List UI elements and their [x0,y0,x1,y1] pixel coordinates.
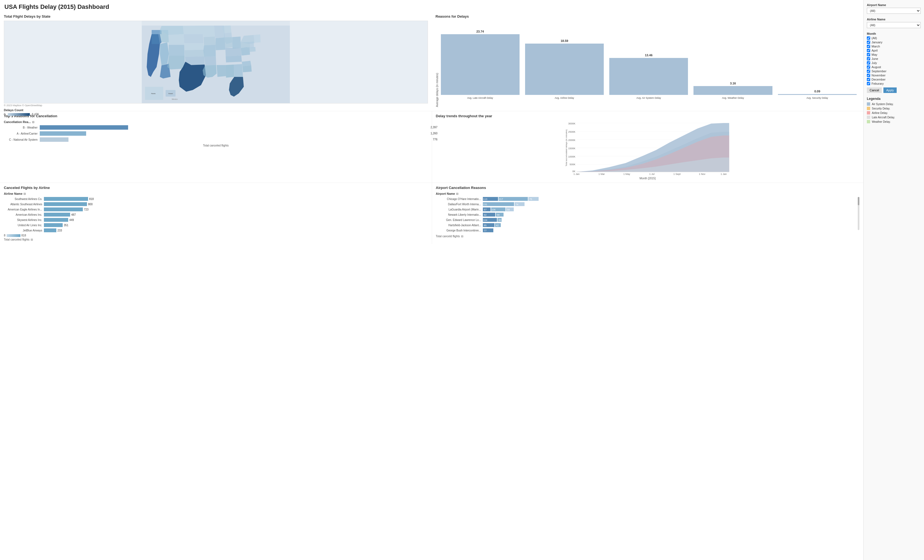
airline-legend-min: 8 [4,234,6,237]
airport-bar-row: Gen. Edward Lawrence Lo... 10430 [436,218,857,222]
trends-title: Delay trends throughout the year [436,114,860,118]
airport-filter-label: Airport Name [867,3,921,7]
airport-bar-row: George Bush Intercontinre... 77 [436,228,857,232]
svg-marker-17 [202,25,215,37]
airline-filter-label: Airline Name [867,18,921,21]
airport-sort-icon[interactable]: ⊟ [461,235,463,238]
month-checkbox[interactable] [867,53,870,56]
airport-title: Airport Cancellation Reasons [436,186,860,190]
reasons-bar-item: 3.16 Avg. Weather Delay [693,82,772,100]
svg-marker-12 [184,34,204,43]
airport-bar-row: Dallas/Fort Worth Interna... 23174 [436,202,857,206]
month-checkbox[interactable] [867,40,870,44]
airline-bar-row: American Airlines Inc. 487 [4,213,428,217]
svg-marker-23 [216,37,225,50]
reasons-bar-group: 23.74 Avg. Late Aircraft Delay 18.59 Avg… [441,39,857,100]
svg-marker-28 [225,48,241,57]
legend-item: Air System Delay. [867,102,921,106]
airline-bar-row: Southwest Airlines Co. 818 [4,197,428,201]
month-item: December [867,78,921,81]
cancel-button[interactable]: Cancel [867,87,882,93]
reasons-bar-item: 18.59 Avg. Airline Delay [525,39,604,100]
svg-text:500K: 500K [570,163,575,166]
month-checkbox[interactable] [867,69,870,73]
month-checkbox[interactable] [867,78,870,81]
airport-bar-row: Hartsfield-Jackson Atlant... 8542 [436,223,857,227]
airline-filter-icon[interactable]: ⊟ [24,192,26,195]
month-item: January [867,40,921,44]
month-item: November [867,74,921,77]
svg-text:1 Jul: 1 Jul [649,173,654,175]
airport-filter-icon[interactable]: ⊟ [456,192,458,195]
map-panel: Total Flight Delays by State [0,12,432,111]
map-legend-title: Delays Count [4,108,428,112]
map-legend: Delays Count 0 6,476 [4,108,428,116]
month-checkbox[interactable] [867,49,870,52]
svg-marker-40 [254,34,261,43]
svg-text:1 Sept: 1 Sept [674,173,681,175]
airline-bar-row: Skywest Airlines Inc. 449 [4,218,428,222]
map-credit: © 2023 Mapbox © OpenStreetMap [4,104,428,107]
legend-item: Weather Delay. [867,120,921,123]
svg-marker-31 [226,64,234,78]
reasons-title: Reasons for Delays [436,14,860,18]
airline-filter-select[interactable]: (All) [867,22,921,28]
svg-marker-4 [160,42,169,65]
month-item: June [867,57,921,60]
svg-marker-13 [184,43,204,50]
airline-col-header: Airline Name [4,192,22,195]
airport-scrollbar[interactable] [858,197,860,230]
airport-bars-container: Chicago O'Hare Internatio... 11321775 Da… [436,197,857,234]
airline-panel: Canceled Flights by Airline Airline Name… [0,183,432,244]
airline-title: Canceled Flights by Airline [4,186,428,190]
airport-bar-row: LaGuardia Airport (Marin... 5710658 [436,207,857,211]
cancel-bar-row: C - National Air System 776 [4,138,428,142]
svg-marker-9 [169,45,185,55]
month-checkbox[interactable] [867,57,870,60]
svg-marker-26 [225,37,233,48]
month-list: (All) January March April May June July … [867,36,921,85]
airline-bar-row: JetBlue Airways 233 [4,228,428,232]
airline-legend-max: 818 [21,234,26,237]
airline-filter-section: Airline Name (All) [867,18,921,28]
y-axis-label: Average delays (in minutes) [436,21,439,108]
cancel-bars-container: B - Weather 2,397 A - Airline/Carrier 1,… [4,125,428,142]
cancel-bar-row: A - Airline/Carrier 1,260 [4,131,428,136]
month-checkbox[interactable] [867,74,870,77]
month-checkbox[interactable] [867,65,870,69]
month-checkbox[interactable] [867,45,870,48]
svg-text:1 Jan: 1 Jan [720,173,727,175]
airline-sort-icon[interactable]: ⊟ [31,238,33,241]
legend-gradient [8,113,30,116]
svg-marker-11 [183,25,203,34]
svg-text:2500K: 2500K [568,130,575,133]
reasons-bar-item: 13.46 Avg. Air System Delay [609,54,688,100]
svg-marker-18 [204,37,216,45]
trends-panel: Delay trends throughout the year 3000K 2… [432,111,864,183]
dashboard-title: USA Flights Delay (2015) Dashboard [4,3,859,10]
airport-bar-row: Newark Liberty Internatio... 9258 [436,213,857,217]
apply-button[interactable]: Apply [884,87,897,93]
svg-marker-29 [226,55,242,62]
svg-text:1 Nov: 1 Nov [699,173,705,175]
svg-text:Hawaii: Hawaii [168,93,173,94]
cancel-filter-icon[interactable]: ⊟ [32,121,34,124]
svg-text:1500K: 1500K [568,147,575,150]
reasons-bar-item: 0.09 Avg. Security Delay [778,90,856,100]
airport-content: Chicago O'Hare Internatio... 11321775 Da… [436,197,860,234]
month-checkbox[interactable] [867,82,870,85]
month-checkbox[interactable] [867,61,870,64]
month-item: Feburary [867,82,921,85]
map-container: Alaska Hawaii Mexico [4,21,428,103]
legenda-title: Legenda [867,97,921,101]
airline-bars-container: Southwest Airlines Co. 818 Atlantic Sout… [4,197,428,232]
legend-items: Air System Delay.Security Delay.Airline … [867,102,921,123]
airport-filter-select[interactable]: (All) [867,8,921,14]
airport-col-header: Airport Name [436,192,455,195]
month-checkbox[interactable] [867,36,870,40]
reasons-panel: Reasons for Delays Average delays (in mi… [432,12,864,111]
map-title: Total Flight Delays by State [4,14,428,18]
trends-x-axis-label: Month [2015] [436,177,860,180]
airport-panel: Airport Cancellation Reasons Airport Nam… [432,183,864,244]
cancel-x-label: Total canceled flights [4,144,428,147]
